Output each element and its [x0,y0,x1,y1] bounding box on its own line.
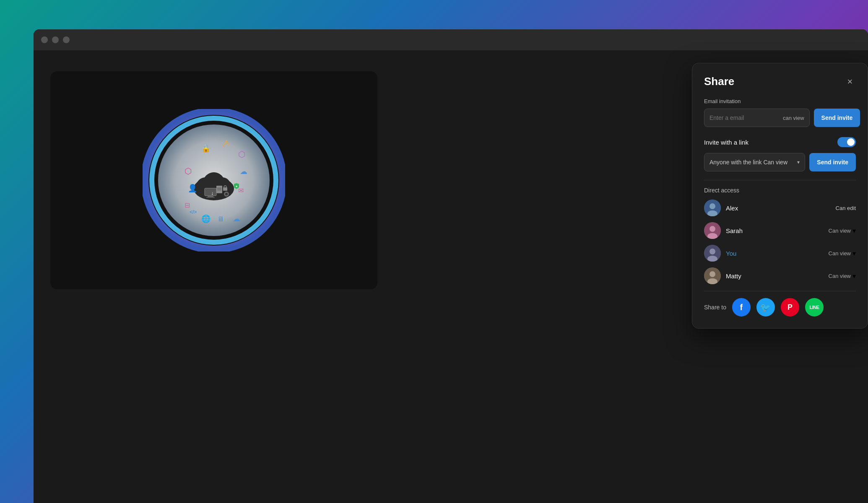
close-button[interactable]: × [844,76,856,88]
user-row-you: You Can view ▾ [704,245,856,262]
user-name-sarah: Sarah [726,227,824,234]
pinterest-icon: P [787,303,793,312]
link-permission-select[interactable]: Anyone with the link Can view Anyone wit… [709,159,797,166]
svg-rect-10 [206,197,215,198]
divider-2 [704,291,856,291]
close-traffic-light[interactable] [41,36,48,43]
toggle-knob [847,138,855,146]
email-can-view-label: can view [783,115,804,121]
avatar-alex [704,200,721,216]
svg-text:✉: ✉ [238,187,244,194]
svg-text:⬡: ⬡ [185,166,192,176]
invite-link-toggle[interactable] [837,137,856,147]
title-bar [34,29,868,50]
image-area: ↓ ★ ⚠ 🔒 ⬡ ⬡ [50,71,377,289]
svg-point-35 [709,226,715,232]
email-input-wrapper: can view [704,109,810,127]
user-permission-alex: Can edit [836,205,856,211]
chevron-down-icon: ▾ [797,159,800,165]
twitter-share-button[interactable]: 🐦 [756,298,775,316]
avatar-sarah [704,222,721,239]
link-row: Anyone with the link Can view Anyone wit… [704,153,856,171]
user-row-alex: Alex Can edit [704,200,856,216]
chevron-you-icon: ▾ [852,249,856,257]
twitter-icon: 🐦 [760,302,771,312]
user-row-sarah: Sarah Can view ▾ [704,222,856,239]
pinterest-share-button[interactable]: P [781,298,799,316]
user-permission-matty[interactable]: Can view ▾ [829,272,856,280]
share-to-row: Share to f 🐦 P LINE [704,298,856,316]
line-share-button[interactable]: LINE [805,298,824,316]
svg-text:☁: ☁ [233,215,240,223]
share-panel: Share × Email invitation can view Send i… [692,63,868,329]
svg-point-41 [709,271,715,277]
user-name-alex: Alex [726,205,831,212]
app-window: ↓ ★ ⚠ 🔒 ⬡ ⬡ [34,29,868,503]
window-content: ↓ ★ ⚠ 🔒 ⬡ ⬡ [34,50,868,306]
svg-text:</>: </> [190,209,197,215]
avatar-you [704,245,721,262]
svg-text:⬡: ⬡ [238,150,245,159]
direct-access-label: Direct access [704,187,856,194]
share-to-label: Share to [704,304,726,311]
link-send-button[interactable]: Send invite [809,153,856,171]
svg-rect-15 [223,187,227,191]
link-select-wrapper: Anyone with the link Can view Anyone wit… [704,153,805,171]
user-name-matty: Matty [726,272,824,280]
avatar-matty [704,267,721,284]
minimize-traffic-light[interactable] [52,36,59,43]
svg-text:🌐: 🌐 [201,214,211,223]
svg-point-38 [709,249,715,254]
user-list: Alex Can edit Sarah Can view [704,200,856,284]
maximize-traffic-light[interactable] [63,36,70,43]
svg-text:⚠: ⚠ [222,138,231,149]
svg-text:🔒: 🔒 [201,144,211,153]
svg-point-17 [225,193,228,195]
facebook-share-button[interactable]: f [732,298,751,316]
user-name-you: You [726,250,824,257]
facebook-icon: f [740,303,743,312]
email-send-button[interactable]: Send invite [814,109,860,127]
line-icon: LINE [809,305,819,310]
user-row-matty: Matty Can view ▾ [704,267,856,284]
svg-text:☁: ☁ [240,167,247,176]
svg-rect-11 [216,186,222,193]
divider-1 [704,180,856,180]
svg-text:🖥: 🖥 [217,215,224,223]
invite-link-label: Invite with a link [704,139,748,146]
svg-text:⊟: ⊟ [185,202,190,209]
email-section-label: Email invitation [704,98,856,104]
user-permission-sarah[interactable]: Can view ▾ [829,227,856,235]
chevron-sarah-icon: ▾ [852,227,856,235]
chevron-matty-icon: ▾ [852,272,856,280]
invite-link-row: Invite with a link [704,137,856,147]
email-row: can view Send invite [704,109,856,127]
user-permission-you[interactable]: Can view ▾ [829,249,856,257]
svg-point-32 [709,203,715,209]
share-header: Share × [704,75,856,88]
email-input[interactable] [709,114,783,121]
svg-text:★: ★ [235,185,238,188]
svg-text:↓: ↓ [211,190,213,196]
svg-rect-8 [205,188,216,196]
svg-text:👤: 👤 [188,184,198,193]
share-title: Share [704,75,734,88]
